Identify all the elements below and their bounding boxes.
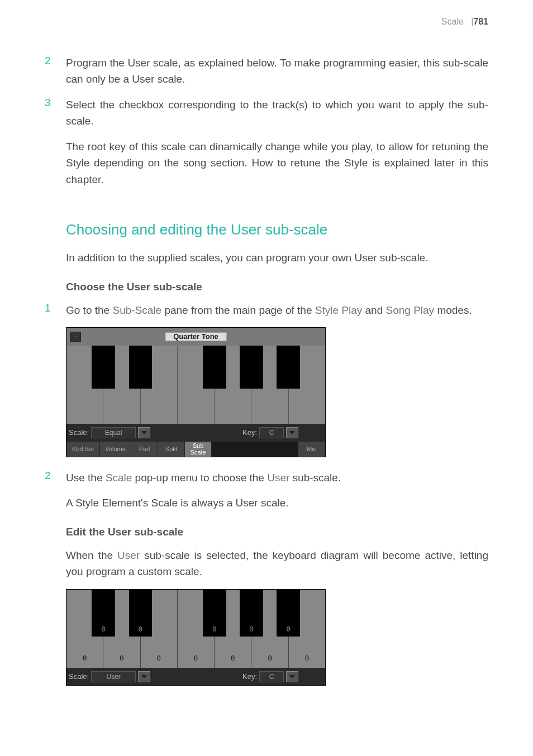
white-key-c[interactable] xyxy=(66,346,103,424)
step-2-text: Program the User scale, as explained bel… xyxy=(66,55,488,88)
keyboard-diagram[interactable] xyxy=(66,346,325,424)
tabs-row: Kbd Set Volume Pad Split Sub Scale Mic xyxy=(66,442,325,457)
scale-label: Scale: xyxy=(69,428,89,437)
svg-marker-2 xyxy=(141,675,147,678)
tab-spacer xyxy=(212,442,298,457)
chevron-down-icon xyxy=(289,675,295,678)
white-key-a[interactable] xyxy=(251,346,288,424)
step-3-block: 3 Select the checkbox corresponding to t… xyxy=(45,97,488,130)
white-key-g[interactable] xyxy=(215,346,251,424)
step-2b-block: 2 Use the Scale pop-up menu to choose th… xyxy=(45,470,488,486)
section-intro: In addition to the supplied scales, you … xyxy=(66,250,488,266)
white-key-f[interactable] xyxy=(178,346,215,424)
key-label-2: Key: xyxy=(242,672,257,681)
tab-split[interactable]: Split xyxy=(158,442,185,457)
chevron-down-icon xyxy=(141,431,147,434)
tab-kbd-set[interactable]: Kbd Set xyxy=(66,442,100,457)
subheading-choose: Choose the User sub-scale xyxy=(66,281,488,293)
svg-marker-0 xyxy=(141,431,147,434)
user-keyboard-diagram[interactable]: 0 0 0 0 0 0 0 0 0 0 0 0 xyxy=(66,590,325,668)
key-field-2[interactable]: C xyxy=(259,671,284,682)
step-number-1: 1 xyxy=(45,302,56,318)
black-key-gs[interactable]: 0 xyxy=(240,590,263,637)
white-key-d[interactable] xyxy=(103,346,140,424)
step-1-block: 1 Go to the Sub-Scale pane from the main… xyxy=(45,302,488,318)
edit-paragraph: When the User sub-scale is selected, the… xyxy=(66,547,488,580)
key-dropdown-button[interactable] xyxy=(286,427,298,438)
scale-label-2: Scale: xyxy=(69,672,89,681)
step-number-2: 2 xyxy=(45,55,56,88)
key-dropdown-button-2[interactable] xyxy=(286,671,298,682)
chevron-down-icon xyxy=(289,431,295,434)
scale-field-2[interactable]: User xyxy=(91,671,136,682)
black-key-cs[interactable]: 0 xyxy=(92,590,115,637)
scale-dropdown-button[interactable] xyxy=(138,427,150,438)
panel-top-bar: ◦ Quarter Tone xyxy=(66,328,325,346)
scale-dropdown-button-2[interactable] xyxy=(138,671,150,682)
root-key-paragraph: The root key of this scale can dinamical… xyxy=(66,138,488,188)
tab-mic[interactable]: Mic xyxy=(298,442,325,457)
tab-sub-scale[interactable]: Sub Scale xyxy=(185,442,212,457)
section-heading: Choosing and editing the User sub-scale xyxy=(66,221,488,238)
step-2-note: A Style Element's Scale is always a User… xyxy=(66,495,488,511)
scale-controls-row-2: Scale: User Key: C xyxy=(66,668,325,686)
key-field[interactable]: C xyxy=(259,427,284,438)
white-key-e[interactable] xyxy=(141,346,178,424)
subheading-edit: Edit the User sub-scale xyxy=(66,526,488,538)
black-key-as[interactable]: 0 xyxy=(277,590,300,637)
white-keys xyxy=(66,346,325,424)
page-header: Scale |781 xyxy=(45,17,488,27)
black-key-fs[interactable]: 0 xyxy=(203,590,226,637)
tab-volume[interactable]: Volume xyxy=(100,442,131,457)
black-keys: 0 0 0 0 0 xyxy=(66,590,325,637)
white-key-b[interactable] xyxy=(289,346,325,424)
svg-marker-3 xyxy=(289,675,295,678)
header-section: Scale xyxy=(441,17,464,26)
page-number: 781 xyxy=(473,17,488,26)
key-label: Key: xyxy=(242,428,257,437)
chevron-down-icon xyxy=(141,675,147,678)
step-number-2b: 2 xyxy=(45,470,56,486)
disc-icon[interactable]: ◦ xyxy=(70,332,81,342)
tab-pad[interactable]: Pad xyxy=(131,442,158,457)
step-2b-text: Use the Scale pop-up menu to choose the … xyxy=(66,470,488,486)
black-key-ds[interactable]: 0 xyxy=(129,590,153,637)
scale-controls-row: Scale: Equal Key: C xyxy=(66,424,325,442)
sub-scale-panel-screenshot: ◦ Quarter Tone Scale: Equal Key: xyxy=(66,327,326,457)
step-2-block: 2 Program the User scale, as explained b… xyxy=(45,55,488,88)
quarter-tone-button[interactable]: Quarter Tone xyxy=(165,332,227,341)
step-3-text: Select the checkbox corresponding to the… xyxy=(66,97,488,130)
svg-marker-1 xyxy=(289,431,295,434)
step-1-text: Go to the Sub-Scale pane from the main p… xyxy=(66,302,488,318)
scale-field[interactable]: Equal xyxy=(91,427,136,438)
user-scale-panel-screenshot: 0 0 0 0 0 0 0 0 0 0 0 0 Scale: User Key:… xyxy=(66,589,326,686)
step-number-3: 3 xyxy=(45,97,56,130)
